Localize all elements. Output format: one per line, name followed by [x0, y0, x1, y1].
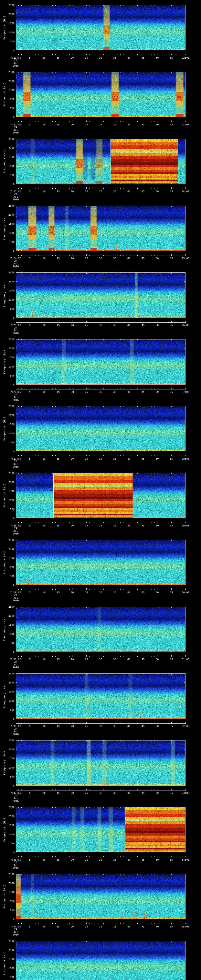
- date-line: 24: [6, 861, 26, 864]
- y-tick-label: 1000: [2, 699, 14, 702]
- x-axis-tick: [24, 388, 24, 389]
- y-tick-label: 500: [2, 240, 14, 243]
- x-axis-tick: [47, 856, 47, 857]
- x-axis-tick: [75, 321, 75, 323]
- x-axis-tick: [177, 54, 177, 55]
- spectrogram-plot: [16, 740, 185, 786]
- spectrogram-panel: Frequency (Hz)250020001500100050007:35:0…: [0, 936, 201, 980]
- y-tick-label: 2500: [2, 739, 14, 742]
- x-axis-tick: [154, 656, 155, 657]
- x-axis-tick: [24, 856, 24, 857]
- spectrogram-plot: [16, 874, 185, 919]
- x-axis-tick: [120, 388, 121, 389]
- x-axis-tick: [47, 188, 47, 189]
- x-axis-tick: [126, 856, 126, 857]
- x-axis-tick: [21, 121, 22, 122]
- y-tick-label: 500: [2, 641, 14, 644]
- x-axis-tick: [33, 723, 33, 724]
- x-axis-tick: [152, 723, 152, 724]
- spectrogram-panel: Frequency (Hz)250020001500100050007:31:0…: [0, 668, 201, 735]
- x-axis-tick: [146, 589, 146, 590]
- x-axis-tick: [33, 255, 33, 256]
- x-axis-tick: [185, 522, 186, 523]
- x-axis-tick: [171, 789, 172, 790]
- x-axis-tick: [24, 321, 24, 323]
- y-tick-label: 1500: [2, 891, 14, 894]
- x-axis-tick: [35, 522, 36, 523]
- x-axis-tick: [126, 589, 126, 590]
- x-axis-tick: [49, 121, 50, 122]
- y-tick-label: 1500: [2, 89, 14, 92]
- y-tick-label: 0: [2, 450, 14, 453]
- spectrogram-plot: [16, 473, 185, 518]
- x-axis-tick: [177, 656, 177, 657]
- x-end-time-label: 25:00: [177, 257, 194, 260]
- x-axis-tick: [81, 589, 81, 590]
- x-axis-tick: [18, 121, 19, 122]
- x-axis-tick: [61, 54, 61, 55]
- x-axis-tick: [171, 388, 172, 389]
- spectrogram-plot: [16, 272, 185, 318]
- x-axis-tick: [157, 321, 158, 323]
- x-axis-tick: [27, 856, 27, 857]
- date-line: Jul: [6, 463, 26, 466]
- date-line: Jul: [6, 530, 26, 532]
- x-axis-tick: [140, 856, 140, 857]
- x-axis-tick: [126, 923, 126, 924]
- x-axis-tick: [41, 522, 41, 523]
- date-line: 24: [6, 192, 26, 196]
- x-axis-tick: [152, 656, 152, 657]
- y-tick-label: 0: [2, 918, 14, 921]
- x-axis-tick: [27, 321, 27, 323]
- date-line: 24: [6, 59, 26, 62]
- x-axis-tick: [35, 789, 36, 790]
- y-tick-label: 2000: [2, 881, 14, 885]
- x-axis-tick: [16, 388, 16, 389]
- x-axis-tick: [154, 54, 155, 55]
- x-axis-tick: [152, 188, 152, 189]
- y-tick-label: 0: [2, 116, 14, 119]
- x-axis-tick: [166, 255, 166, 256]
- date-line: Jul: [6, 62, 26, 65]
- x-axis-tick: [49, 255, 50, 256]
- x-axis-tick: [49, 388, 50, 389]
- x-axis-tick: [61, 656, 61, 657]
- x-axis-tick: [55, 856, 56, 857]
- x-axis-tick: [49, 856, 50, 857]
- y-tick-label: 2500: [2, 204, 14, 207]
- x-axis-tick: [49, 589, 50, 590]
- x-axis-tick: [67, 923, 67, 924]
- x-axis-tick: [35, 388, 36, 389]
- x-axis-tick: [41, 255, 41, 256]
- spectrogram-plot: [16, 607, 185, 652]
- x-axis-tick: [171, 923, 172, 924]
- x-axis-tick: [171, 54, 172, 55]
- x-axis-tick: [185, 388, 186, 389]
- x-axis-tick: [160, 188, 160, 189]
- x-axis-tick: [35, 723, 36, 724]
- y-tick-label: 500: [2, 40, 14, 43]
- x-axis-tick: [67, 188, 67, 189]
- x-axis-tick: [81, 856, 81, 857]
- x-axis-tick: [33, 321, 33, 323]
- date-line: Jul: [6, 864, 26, 867]
- x-axis-tick: [81, 522, 81, 523]
- x-axis-tick: [160, 54, 160, 55]
- date-line: Jul: [6, 931, 26, 933]
- x-axis-tick: [75, 54, 75, 55]
- x-axis-tick: [154, 856, 155, 857]
- x-axis-tick: [75, 388, 75, 389]
- x-axis-tick: [174, 789, 174, 790]
- x-axis-tick: [41, 388, 41, 389]
- x-axis-tick: [49, 522, 50, 523]
- x-axis-tick: [126, 388, 126, 389]
- x-axis-tick: [24, 723, 24, 724]
- spectrogram-plot: [16, 540, 185, 585]
- y-tick-label: 2000: [2, 815, 14, 818]
- y-tick-label: 0: [2, 651, 14, 654]
- x-axis-tick: [146, 455, 146, 456]
- y-tick-label: 2000: [2, 146, 14, 150]
- x-axis-tick: [157, 923, 158, 924]
- x-axis-tick: [30, 321, 30, 323]
- y-tick-label: 2000: [2, 480, 14, 484]
